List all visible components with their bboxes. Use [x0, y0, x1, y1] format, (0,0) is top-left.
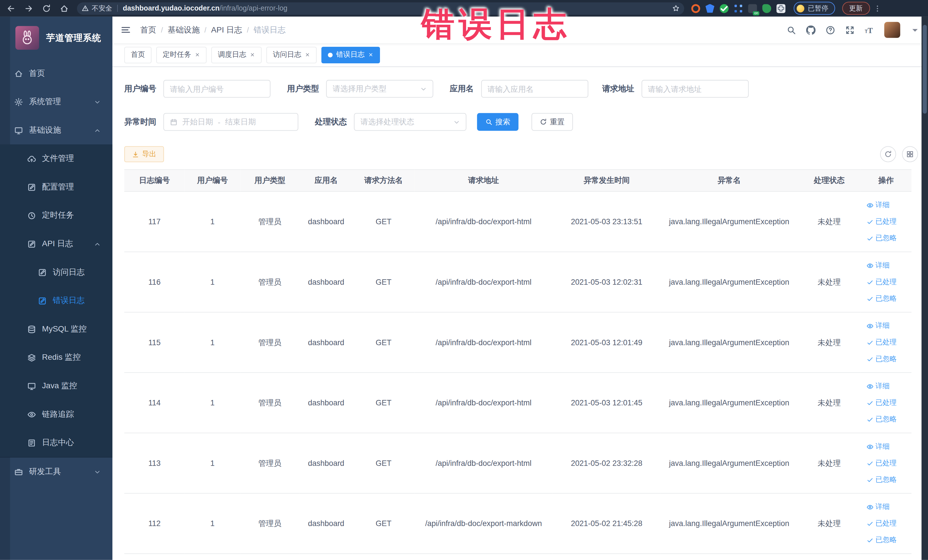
tab-4[interactable]: 错误日志: [322, 46, 380, 63]
paused-extension-badge[interactable]: 已暂停: [794, 2, 835, 15]
user-id-input[interactable]: [163, 80, 271, 98]
blue-shield-extension-icon[interactable]: [705, 4, 714, 12]
action-2[interactable]: 已忽略: [866, 475, 897, 485]
refresh-table-button[interactable]: [880, 146, 896, 162]
start-date-placeholder: 开始日期: [182, 117, 213, 127]
close-icon[interactable]: [250, 52, 255, 58]
browser-forward-button[interactable]: [21, 1, 36, 15]
sidebar-item-4[interactable]: 配置管理: [0, 173, 112, 201]
tab-0[interactable]: 首页: [124, 46, 151, 63]
action-2[interactable]: 已忽略: [866, 293, 897, 304]
action-0[interactable]: 详细: [866, 261, 890, 270]
sidebar-item-5[interactable]: 定时任务: [0, 201, 112, 230]
browser-update-button[interactable]: 更新: [842, 2, 870, 15]
tab-2[interactable]: 调度日志: [211, 46, 262, 63]
breadcrumb-item[interactable]: 错误日志: [253, 24, 285, 35]
column-header[interactable]: 异常发生时间: [553, 169, 661, 191]
sidebar-item-3[interactable]: 文件管理: [0, 144, 112, 173]
export-button[interactable]: 导出: [124, 146, 164, 162]
bookmark-star-icon[interactable]: [672, 5, 679, 12]
user-type-select[interactable]: 请选择用户类型: [326, 80, 433, 98]
browser-reload-button[interactable]: [39, 1, 53, 15]
app-title: 芋道管理系统: [46, 32, 101, 43]
action-0[interactable]: 详细: [866, 200, 890, 210]
fullscreen-icon[interactable]: [845, 25, 855, 35]
green-check-extension-icon[interactable]: [720, 4, 729, 12]
font-size-icon[interactable]: TT: [865, 25, 874, 35]
column-header[interactable]: 请求方法名: [353, 169, 415, 191]
filter-row-1: 用户编号 用户类型 请选择用户类型 应用名 请求地址: [124, 80, 918, 98]
reset-button[interactable]: 重置: [531, 113, 573, 131]
scrollbar-thumb[interactable]: [923, 25, 927, 113]
white-puzzle-extension-icon[interactable]: [777, 4, 785, 12]
gear-icon: [14, 97, 23, 106]
column-header[interactable]: 用户编号: [185, 169, 240, 191]
sidebar-item-11[interactable]: Java 监控: [0, 372, 112, 400]
close-icon[interactable]: [368, 52, 374, 58]
collapse-sidebar-icon[interactable]: [121, 25, 131, 35]
search-button[interactable]: 搜索: [477, 113, 518, 131]
page-scrollbar[interactable]: [922, 17, 928, 560]
sidebar-item-2[interactable]: 基础设施: [0, 116, 112, 145]
column-header[interactable]: 日志编号: [124, 169, 185, 191]
action-2[interactable]: 已忽略: [866, 414, 897, 424]
column-header[interactable]: 用户类型: [240, 169, 299, 191]
column-header[interactable]: 异常名: [661, 169, 798, 191]
browser-home-button[interactable]: [57, 1, 71, 15]
action-0[interactable]: 详细: [866, 502, 890, 512]
orange-ring-extension-icon[interactable]: [691, 4, 700, 12]
user-avatar[interactable]: [884, 22, 901, 38]
action-1[interactable]: 已处理: [866, 337, 897, 348]
sidebar-item-8[interactable]: 错误日志: [0, 287, 112, 315]
github-icon[interactable]: [806, 25, 816, 35]
cell-app: dashboard: [299, 252, 353, 312]
help-icon[interactable]: [826, 25, 835, 35]
sidebar-item-12[interactable]: 链路追踪: [0, 400, 112, 429]
column-header[interactable]: 应用名: [299, 169, 353, 191]
app-logo[interactable]: 芋道管理系统: [0, 17, 112, 59]
blue-grid-extension-icon[interactable]: [734, 4, 743, 12]
column-header[interactable]: 请求地址: [414, 169, 553, 191]
browser-menu-icon[interactable]: [873, 5, 881, 12]
search-icon[interactable]: [786, 25, 796, 35]
action-0[interactable]: 详细: [866, 381, 890, 391]
sidebar-item-0[interactable]: 首页: [0, 59, 112, 88]
close-icon[interactable]: [195, 52, 200, 58]
sidebar-item-14[interactable]: 研发工具: [0, 458, 112, 486]
action-1[interactable]: 已处理: [866, 518, 897, 528]
user-menu-caret-icon[interactable]: [910, 25, 920, 35]
column-settings-button[interactable]: [902, 146, 918, 162]
action-1[interactable]: 已处理: [866, 277, 897, 287]
browser-back-button[interactable]: [3, 1, 18, 15]
action-1[interactable]: 已处理: [866, 398, 897, 407]
sidebar-item-9[interactable]: MySQL 监控: [0, 315, 112, 343]
sidebar-item-6[interactable]: API 日志: [0, 230, 112, 258]
action-2[interactable]: 已忽略: [866, 535, 897, 545]
sidebar-item-7[interactable]: 访问日志: [0, 258, 112, 287]
breadcrumb-item[interactable]: 基础设施: [168, 24, 200, 35]
green-on-badge-extension-icon[interactable]: [748, 4, 757, 12]
sidebar-item-1[interactable]: 系统管理: [0, 88, 112, 116]
green-leaf-extension-icon[interactable]: [762, 4, 771, 12]
action-0[interactable]: 详细: [866, 442, 890, 452]
address-bar[interactable]: 不安全 dashboard.yudao.iocoder.cn/infra/log…: [77, 2, 684, 15]
breadcrumb-item[interactable]: API 日志: [211, 24, 242, 35]
cell-url: /api/infra/db-doc/export-html: [414, 252, 553, 312]
action-2[interactable]: 已忽略: [866, 233, 897, 243]
column-header[interactable]: 操作: [861, 169, 911, 191]
action-1[interactable]: 已处理: [866, 458, 897, 468]
column-header[interactable]: 处理状态: [798, 169, 861, 191]
request-url-input[interactable]: [641, 80, 749, 98]
process-status-select[interactable]: 请选择处理状态: [354, 113, 466, 131]
action-2[interactable]: 已忽略: [866, 354, 897, 364]
close-icon[interactable]: [305, 52, 310, 58]
sidebar-item-10[interactable]: Redis 监控: [0, 343, 112, 372]
action-1[interactable]: 已处理: [866, 217, 897, 226]
tab-1[interactable]: 定时任务: [156, 46, 206, 63]
sidebar-item-13[interactable]: 日志中心: [0, 429, 112, 457]
app-name-input[interactable]: [481, 80, 588, 98]
breadcrumb-item[interactable]: 首页: [140, 24, 156, 35]
exception-time-range-input[interactable]: 开始日期 - 结束日期: [163, 113, 298, 131]
action-0[interactable]: 详细: [866, 320, 890, 331]
tab-3[interactable]: 访问日志: [266, 46, 317, 63]
